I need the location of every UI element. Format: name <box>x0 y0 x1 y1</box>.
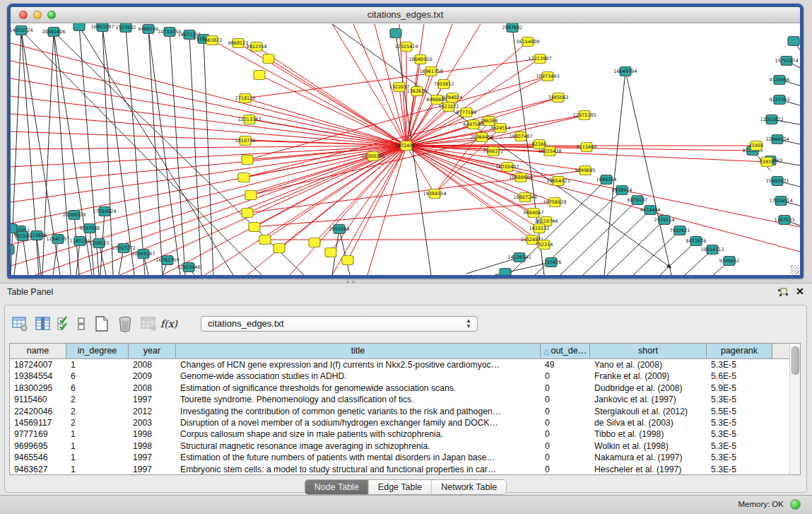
column-header-short[interactable]: short <box>590 344 707 359</box>
network-graph[interactable]: 1405572420691406106532871527602646616010… <box>11 23 800 275</box>
minimize-window-button[interactable] <box>33 11 42 19</box>
cell-out-de-[interactable]: 0 <box>541 440 590 452</box>
cell-pagerank[interactable]: 5.3E-5 <box>707 417 772 428</box>
row-height-icon[interactable] <box>75 315 88 332</box>
table-row[interactable]: 946554611997Estimation of the future num… <box>10 452 800 463</box>
tab-network-table[interactable]: Network Table <box>432 480 506 494</box>
cell-in-degree[interactable]: 1 <box>66 428 129 440</box>
import-table-icon[interactable] <box>139 315 158 332</box>
scrollbar-thumb[interactable] <box>792 346 799 375</box>
cell-in-degree[interactable]: 1 <box>66 440 129 452</box>
table-column-icon[interactable] <box>34 315 52 332</box>
cell-pagerank[interactable]: 5.3E-5 <box>707 428 772 440</box>
graph-node[interactable] <box>342 256 353 265</box>
cell-pagerank[interactable]: 5.6E-5 <box>707 370 772 382</box>
cell-name[interactable]: 9463627 <box>10 464 66 475</box>
cell-in-degree[interactable]: 2 <box>66 394 129 405</box>
cell-out-de-[interactable]: 0 <box>541 452 590 463</box>
table-row[interactable]: 911546021997Tourette syndrome. Phenomeno… <box>10 394 800 405</box>
graph-node[interactable] <box>263 54 274 64</box>
cell-name[interactable]: 9777169 <box>10 428 66 440</box>
cell-out-de-[interactable]: 0 <box>541 406 590 417</box>
cell-year[interactable]: 1997 <box>129 394 176 405</box>
cell-short[interactable]: Jankovic et al. (1997) <box>590 394 707 405</box>
cell-out-de-[interactable]: 0 <box>541 417 590 428</box>
close-panel-icon[interactable]: ✕ <box>796 286 804 297</box>
cell-pagerank[interactable]: 5.3E-5 <box>707 394 772 405</box>
cell-name[interactable]: 9115460 <box>10 394 66 405</box>
memory-status-indicator[interactable] <box>790 499 801 510</box>
cell-title[interactable]: Embryonic stem cells: a model to study s… <box>176 464 541 475</box>
cell-out-de-[interactable]: 49 <box>541 359 590 370</box>
graph-node[interactable] <box>390 29 401 38</box>
cell-in-degree[interactable]: 2 <box>66 417 129 428</box>
zoom-window-button[interactable] <box>47 11 56 19</box>
table-row[interactable]: 1938455462009Genome-wide association stu… <box>10 370 800 382</box>
cell-short[interactable]: Franke et al. (2009) <box>590 370 707 382</box>
graph-node[interactable] <box>309 238 320 247</box>
cell-out-de-[interactable]: 0 <box>541 464 590 475</box>
cell-year[interactable]: 1998 <box>129 440 176 452</box>
float-panel-icon[interactable] <box>777 288 789 298</box>
cell-title[interactable]: Corpus callosum shape and size in male p… <box>176 428 541 440</box>
table-row[interactable]: 977716911998Corpus callosum shape and si… <box>10 428 800 440</box>
cell-out-de-[interactable]: 0 <box>541 428 590 440</box>
cell-pagerank[interactable]: 5.3E-5 <box>707 452 772 463</box>
table-settings-icon[interactable] <box>11 315 29 332</box>
cell-name[interactable]: 19384554 <box>10 370 66 382</box>
graph-node[interactable] <box>249 223 260 232</box>
cell-in-degree[interactable]: 1 <box>66 452 129 463</box>
table-row[interactable]: 2242004622012Investigating the contribut… <box>10 406 800 417</box>
network-canvas[interactable]: 1405572420691406106532871527602646616010… <box>11 23 800 275</box>
cell-name[interactable]: 18724007 <box>10 359 66 370</box>
network-table-selector[interactable]: citations_edges.txt ▲▼ <box>201 316 478 332</box>
cell-year[interactable]: 1997 <box>129 464 176 475</box>
cell-title[interactable]: Genome-wide association studies in ADHD. <box>176 370 541 382</box>
cell-name[interactable]: 14569117 <box>10 417 66 428</box>
cell-in-degree[interactable]: 2 <box>66 406 129 417</box>
cell-pagerank[interactable]: 5.9E-5 <box>707 382 772 394</box>
table-row[interactable]: 946362711997Embryonic stem cells: a mode… <box>10 464 800 475</box>
cell-short[interactable]: de Silva et al. (2003) <box>590 417 707 428</box>
tab-node-table[interactable]: Node Table <box>305 480 369 494</box>
cell-title[interactable]: Changes of HCN gene expression and I(f) … <box>176 359 541 370</box>
table-row[interactable]: 1872400712008Changes of HCN gene express… <box>10 359 800 370</box>
new-table-icon[interactable] <box>93 315 111 332</box>
cell-name[interactable]: 18300295 <box>10 382 66 394</box>
column-header-title[interactable]: title <box>176 344 541 359</box>
column-header-in-degree[interactable]: in_degree <box>66 344 129 359</box>
cell-short[interactable]: Nakamura et al. (1997) <box>590 452 707 463</box>
cell-title[interactable]: Disruption of a novel member of a sodium… <box>176 417 541 428</box>
cell-short[interactable]: Hescheler et al. (1997) <box>590 464 707 475</box>
cell-in-degree[interactable]: 6 <box>66 370 129 382</box>
cell-title[interactable]: Investigating the contribution of common… <box>176 406 541 417</box>
cell-in-degree[interactable]: 1 <box>66 464 129 475</box>
cell-out-de-[interactable]: 0 <box>541 370 590 382</box>
cell-year[interactable]: 2003 <box>129 417 176 428</box>
graph-node[interactable] <box>259 235 271 245</box>
graph-node[interactable] <box>254 71 265 80</box>
graph-node[interactable] <box>242 209 253 218</box>
cell-pagerank[interactable]: 5.3E-5 <box>707 440 772 452</box>
table-row[interactable]: 1830029562008Estimation of significance … <box>10 382 800 394</box>
cell-short[interactable]: Wolkin et al. (1998) <box>590 440 707 452</box>
tab-edge-table[interactable]: Edge Table <box>369 480 432 494</box>
cell-year[interactable]: 1997 <box>129 452 176 463</box>
delete-table-icon[interactable] <box>116 315 134 332</box>
cell-pagerank[interactable]: 5.3E-5 <box>707 464 772 475</box>
cell-short[interactable]: Dudbridge et al. (2008) <box>590 382 707 394</box>
graph-node[interactable] <box>325 248 336 257</box>
cell-short[interactable]: Yano et al. (2008) <box>590 359 707 370</box>
graph-node[interactable] <box>273 244 285 253</box>
column-header-year[interactable]: year <box>129 344 176 359</box>
function-builder-icon[interactable]: f(x) <box>163 315 175 332</box>
select-rows-icon[interactable] <box>57 315 70 332</box>
graph-node[interactable] <box>238 173 249 182</box>
cell-year[interactable]: 2012 <box>129 406 176 417</box>
column-header-pagerank[interactable]: pagerank <box>707 344 772 359</box>
cell-in-degree[interactable]: 6 <box>66 382 129 394</box>
cell-year[interactable]: 1998 <box>129 428 176 440</box>
cell-year[interactable]: 2008 <box>129 382 176 394</box>
cell-pagerank[interactable]: 5.3E-5 <box>707 359 772 370</box>
graph-node[interactable] <box>242 156 253 165</box>
